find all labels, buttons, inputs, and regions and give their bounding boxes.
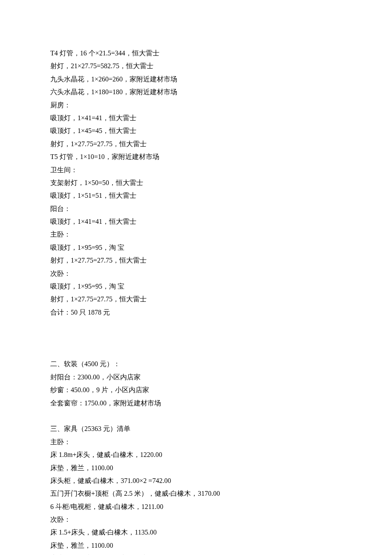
text-line: 床 1.8m+床头，健威-白橡木，1220.00 <box>50 448 342 461</box>
text-line: 吸顶灯，1×41=41，恒大雷士 <box>50 215 342 228</box>
text-line: 阳台： <box>50 202 342 215</box>
text-line: 六头水晶花，1×180=180，家附近建材市场 <box>50 86 342 98</box>
text-line: 二、软装（4500 元）： <box>50 358 342 370</box>
text-line: 次卧： <box>50 513 342 526</box>
text-line: T5 灯管，1×10=10，家附近建材市场 <box>50 150 342 163</box>
text-line: 次卧： <box>50 267 342 280</box>
text-line: 床垫，雅兰，1100.00 <box>50 462 342 474</box>
text-line: 射灯，21×27.75=582.75，恒大雷士 <box>50 60 342 72</box>
text-line: 支架射灯，1×50=50，恒大雷士 <box>50 176 342 189</box>
text-line: 纱窗：450.00，9 片，小区内店家 <box>50 384 342 396</box>
text-line: 吸顶灯，1×95=95，淘 宝 <box>50 241 342 254</box>
text-line: 床头柜，健威-白橡木，371.00×2 =742.00 <box>50 474 342 487</box>
text-line: 全套窗帘：1750.00，家附近建材市场 <box>50 397 342 410</box>
text-line: 卫生间： <box>50 164 342 176</box>
text-line: 吸顶灯，1×95=95，淘 宝 <box>50 280 342 293</box>
text-line: 射灯，1×27.75=27.75，恒大雷士 <box>50 138 342 150</box>
text-line: 射灯，1×27.75=27.75，恒大雷士 <box>50 254 342 267</box>
text-line: 吸顶灯，1×45=45，恒大雷士 <box>50 124 342 137</box>
text-line: 主卧： <box>50 436 342 448</box>
text-line: 九头水晶花，1×260=260，家附近建材市场 <box>50 73 342 86</box>
text-line: 封阳台：2300.00，小区内店家 <box>50 371 342 384</box>
text-line: 射灯，1×27.75=27.75，恒大雷士 <box>50 293 342 306</box>
text-line: 床头柜（三斗柜），健威-白橡木，370.00 <box>50 552 342 555</box>
text-line: 合计：50 只 1878 元 <box>50 306 342 319</box>
text-line: T4 灯管，16 个×21.5=344，恒大雷士 <box>50 47 342 60</box>
text-line: 厨房： <box>50 99 342 112</box>
blank-line <box>50 410 342 422</box>
text-line: 吸顶灯，1×51=51，恒大雷士 <box>50 189 342 202</box>
text-line: 主卧： <box>50 228 342 241</box>
text-line: 6 斗柜/电视柜，健威-白橡木，1211.00 <box>50 500 342 513</box>
text-line: 床垫，雅兰，1100.00 <box>50 539 342 552</box>
section-gap <box>50 319 342 358</box>
text-line: 三、家具（25363 元）清单 <box>50 422 342 435</box>
text-line: 吸顶灯，1×41=41，恒大雷士 <box>50 112 342 124</box>
text-line: 五门开门衣橱+顶柜（高 2.5 米），健威-白橡木，3170.00 <box>50 487 342 500</box>
text-line: 床 1.5+床头，健威-白橡木，1135.00 <box>50 526 342 539</box>
